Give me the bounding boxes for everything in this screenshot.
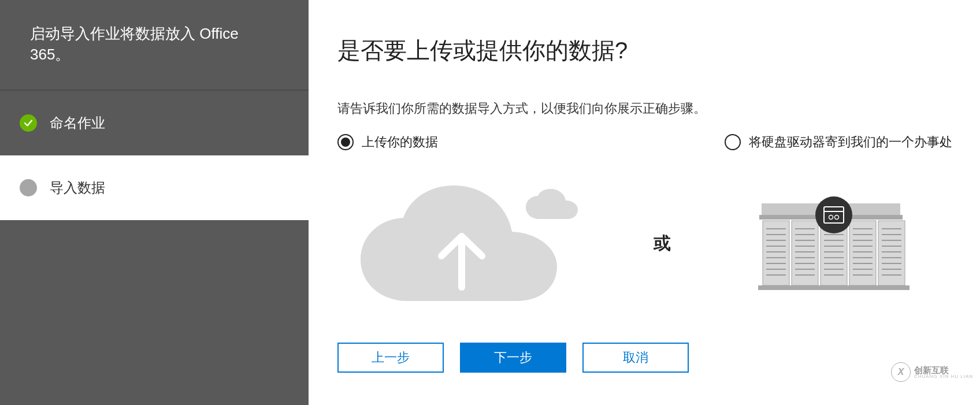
cloud-small-icon: [526, 189, 584, 219]
step-bullet-icon: [20, 179, 37, 196]
cancel-button[interactable]: 取消: [582, 343, 689, 373]
or-separator: 或: [654, 232, 671, 255]
sidebar-step-name-job[interactable]: 命名作业: [0, 91, 309, 155]
cloud-upload-icon: [361, 185, 569, 301]
watermark: X 创新互联 CHUANG XIN HU LIAN: [891, 362, 973, 382]
radio-selected-icon: [337, 134, 354, 150]
svg-rect-7: [878, 221, 905, 285]
watermark-en: CHUANG XIN HU LIAN: [914, 374, 973, 379]
next-button[interactable]: 下一步: [460, 343, 566, 373]
step-label: 命名作业: [50, 114, 105, 132]
checkmark-icon: [20, 114, 37, 132]
page-description: 请告诉我们你所需的数据导入方式，以便我们向你展示正确步骤。: [337, 100, 952, 117]
upload-options: 上传你的数据 将硬盘驱动器寄到我们的一个办事处: [337, 133, 952, 151]
radio-ship-drive[interactable]: 将硬盘驱动器寄到我们的一个办事处: [725, 133, 952, 151]
watermark-logo-icon: X: [891, 362, 911, 382]
illustration-row: 或: [337, 174, 952, 301]
svg-rect-53: [758, 285, 910, 290]
radio-upload-data[interactable]: 上传你的数据: [337, 133, 438, 151]
wizard-footer: 上一步 下一步 取消: [337, 343, 689, 373]
radio-label: 将硬盘驱动器寄到我们的一个办事处: [749, 133, 952, 151]
step-label: 导入数据: [50, 179, 105, 197]
svg-rect-6: [849, 221, 876, 285]
server-rack-icon: [756, 194, 912, 292]
svg-point-54: [815, 196, 852, 233]
radio-label: 上传你的数据: [362, 133, 438, 151]
radio-unselected-icon: [725, 134, 741, 150]
svg-rect-3: [763, 221, 789, 285]
watermark-cn: 创新互联: [914, 366, 973, 374]
page-title: 是否要上传或提供你的数据?: [337, 35, 952, 66]
main-panel: 是否要上传或提供你的数据? 请告诉我们你所需的数据导入方式，以便我们向你展示正确…: [309, 0, 980, 405]
wizard-sidebar: 启动导入作业将数据放入 Office 365。 命名作业 导入数据: [0, 0, 309, 405]
sidebar-step-import-data[interactable]: 导入数据: [0, 155, 309, 220]
svg-rect-4: [792, 221, 818, 285]
back-button[interactable]: 上一步: [337, 343, 444, 373]
sidebar-title: 启动导入作业将数据放入 Office 365。: [0, 0, 309, 91]
